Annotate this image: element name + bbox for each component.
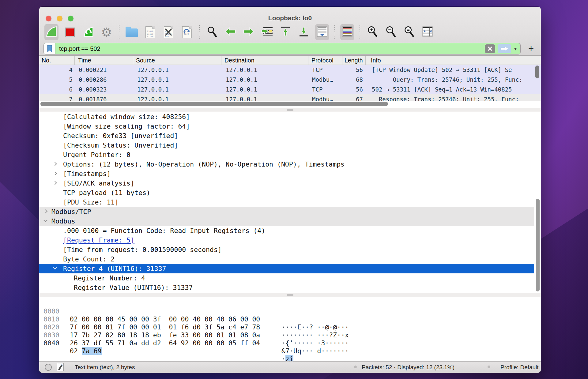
zoom-out-button[interactable] bbox=[384, 24, 398, 40]
detail-line-request-frame-link[interactable]: [Request Frame: 5] bbox=[39, 235, 541, 245]
colorize-packets-button[interactable] bbox=[340, 24, 354, 40]
hex-row[interactable]: 0020 17 7b 27 82 80 18 18 eb fe 33 00 00… bbox=[39, 315, 541, 323]
reload-file-button[interactable]: 00100110 bbox=[180, 24, 194, 40]
zoom-in-button[interactable] bbox=[365, 24, 379, 40]
packet-list-scrollbar-thumb[interactable] bbox=[535, 66, 539, 78]
display-filter-field[interactable]: tcp.port == 502 ▾ bbox=[43, 43, 521, 54]
chevron-down-icon[interactable] bbox=[53, 266, 57, 270]
column-header-time[interactable]: Time bbox=[78, 56, 91, 65]
detail-line[interactable]: Checksum: 0xfe33 [unverified] bbox=[39, 131, 541, 141]
detail-line-function-code[interactable]: .000 0100 = Function Code: Read Input Re… bbox=[39, 226, 541, 235]
column-header-info[interactable]: Info bbox=[371, 56, 381, 65]
column-divider bbox=[74, 56, 75, 65]
filter-input-value[interactable]: tcp.port == 502 bbox=[59, 45, 485, 52]
horizontal-scrollbar-thumb[interactable] bbox=[40, 102, 388, 106]
detail-line-options[interactable]: Options: (12 bytes), No-Operation (NOP),… bbox=[39, 159, 541, 169]
cell-length: 56 bbox=[342, 66, 365, 73]
column-header-no[interactable]: No. bbox=[42, 56, 51, 65]
zoom-reset-icon bbox=[404, 26, 415, 39]
filter-bookmark-button[interactable] bbox=[44, 43, 55, 54]
open-file-button[interactable] bbox=[125, 24, 139, 40]
detail-line-register-value[interactable]: Register Value (UINT16): 31337 bbox=[39, 283, 541, 292]
restart-fin-icon bbox=[82, 26, 94, 38]
go-to-packet-button[interactable] bbox=[260, 24, 274, 40]
filter-dropdown-chevron[interactable]: ▾ bbox=[514, 46, 517, 52]
column-header-source[interactable]: Source bbox=[136, 56, 155, 65]
status-profile[interactable]: Profile: Default bbox=[500, 364, 539, 371]
expert-info-button[interactable] bbox=[45, 364, 52, 371]
cell-no: 5 bbox=[39, 76, 74, 83]
splitter-grip[interactable] bbox=[287, 294, 293, 296]
detail-line[interactable]: Urgent Pointer: 0 bbox=[39, 150, 541, 159]
cell-length: 56 bbox=[342, 86, 365, 93]
detail-line-time-from-request[interactable]: [Time from request: 0.001590000 seconds] bbox=[39, 245, 541, 254]
wireshark-window: Loopback: lo0 ⚙ 0101001 bbox=[39, 7, 541, 373]
detail-line-byte-count[interactable]: Byte Count: 2 bbox=[39, 254, 541, 264]
save-file-button[interactable]: 010100110101110 bbox=[143, 24, 157, 40]
go-to-packet-icon bbox=[261, 26, 273, 38]
chevron-down-icon[interactable] bbox=[43, 218, 47, 222]
filter-clear-button[interactable] bbox=[485, 44, 495, 53]
auto-scroll-button[interactable] bbox=[315, 24, 329, 40]
packet-list-pane: No. Time Source Destination Protocol Len… bbox=[39, 56, 541, 108]
restart-capture-button[interactable] bbox=[81, 24, 95, 40]
detail-line[interactable]: [Calculated window size: 408256] bbox=[39, 112, 541, 122]
detail-scrollbar-thumb[interactable] bbox=[536, 199, 540, 291]
detail-line[interactable]: [Checksum Status: Unverified] bbox=[39, 141, 541, 150]
detail-text: Byte Count: 2 bbox=[63, 254, 115, 264]
cell-protocol: TCP bbox=[308, 66, 342, 73]
cell-source: 127.0.0.1 bbox=[133, 66, 221, 73]
detail-text: Modbus/TCP bbox=[51, 207, 91, 216]
detail-line-timestamps[interactable]: [Timestamps] bbox=[39, 169, 541, 178]
chevron-right-icon[interactable] bbox=[53, 171, 57, 175]
pane-splitter[interactable] bbox=[39, 108, 541, 112]
hex-row[interactable]: 0000 02 00 00 00 45 00 00 3f 00 00 40 00… bbox=[39, 299, 541, 307]
cell-time: 0.000323 bbox=[74, 86, 133, 93]
cell-source: 127.0.0.1 bbox=[133, 86, 221, 93]
zoom-reset-button[interactable] bbox=[402, 24, 416, 40]
detail-line-modbus[interactable]: Modbus bbox=[39, 216, 534, 226]
go-first-button[interactable] bbox=[278, 24, 292, 40]
hex-row-selected[interactable]: 0040 02 7a 69 ·zi bbox=[39, 331, 541, 339]
chevron-right-icon[interactable] bbox=[43, 209, 47, 213]
chevron-right-icon[interactable] bbox=[53, 162, 57, 166]
close-file-button[interactable]: 01011010111 bbox=[161, 24, 175, 40]
detail-line[interactable]: [PDU Size: 11] bbox=[39, 197, 541, 207]
column-divider bbox=[365, 56, 366, 65]
hex-row[interactable]: 0030 26 37 df 55 71 0a dd d2 64 92 00 00… bbox=[39, 323, 541, 331]
column-header-length[interactable]: Length bbox=[345, 56, 365, 65]
pane-splitter[interactable] bbox=[39, 293, 541, 297]
detail-line-seqack[interactable]: [SEQ/ACK analysis] bbox=[39, 178, 541, 188]
capture-options-button[interactable]: ⚙ bbox=[100, 24, 114, 40]
splitter-grip[interactable] bbox=[287, 109, 293, 111]
go-back-button[interactable] bbox=[223, 24, 237, 40]
filter-apply-button[interactable] bbox=[498, 44, 511, 53]
chevron-right-icon[interactable] bbox=[53, 181, 57, 185]
packet-row-4[interactable]: 4 0.000221 127.0.0.1 127.0.0.1 TCP 56 [T… bbox=[39, 65, 541, 75]
detail-text: [PDU Size: 11] bbox=[63, 197, 119, 207]
go-forward-button[interactable] bbox=[242, 24, 256, 40]
capture-comment-button[interactable] bbox=[57, 363, 64, 371]
detail-line-register-number[interactable]: Register Number: 4 bbox=[39, 273, 541, 283]
filter-add-button[interactable]: + bbox=[526, 43, 537, 54]
detail-line-modbus-tcp[interactable]: Modbus/TCP bbox=[39, 207, 534, 216]
resize-columns-button[interactable] bbox=[420, 24, 435, 40]
column-header-protocol[interactable]: Protocol bbox=[311, 56, 334, 65]
hex-row[interactable]: 0010 7f 00 00 01 7f 00 00 01 01 f6 d0 3f… bbox=[39, 307, 541, 315]
start-capture-button[interactable] bbox=[44, 24, 58, 40]
detail-line-register-selected[interactable]: Register 4 (UINT16): 31337 bbox=[39, 264, 534, 273]
cell-no: 4 bbox=[39, 66, 74, 73]
status-packet-counts: Packets: 52 · Displayed: 12 (23.1%) bbox=[362, 364, 454, 371]
resize-columns-icon bbox=[422, 26, 433, 38]
arrow-right-icon bbox=[243, 27, 255, 37]
cell-info: Query: Trans: 25746; Unit: 255, Func: bbox=[365, 76, 541, 83]
hex-dump-pane: 0000 02 00 00 00 45 00 00 3f 00 00 40 00… bbox=[39, 297, 541, 361]
go-last-button[interactable] bbox=[297, 24, 311, 40]
packet-row-5[interactable]: 5 0.000286 127.0.0.1 127.0.0.1 Modbu… 68… bbox=[39, 75, 541, 84]
find-packet-button[interactable] bbox=[205, 24, 219, 40]
detail-line[interactable]: [Window size scaling factor: 64] bbox=[39, 122, 541, 131]
packet-row-6[interactable]: 6 0.000323 127.0.0.1 127.0.0.1 TCP 56 50… bbox=[39, 84, 541, 94]
detail-line[interactable]: TCP payload (11 bytes) bbox=[39, 188, 541, 197]
column-header-destination[interactable]: Destination bbox=[224, 56, 254, 65]
stop-capture-button[interactable] bbox=[63, 24, 77, 40]
